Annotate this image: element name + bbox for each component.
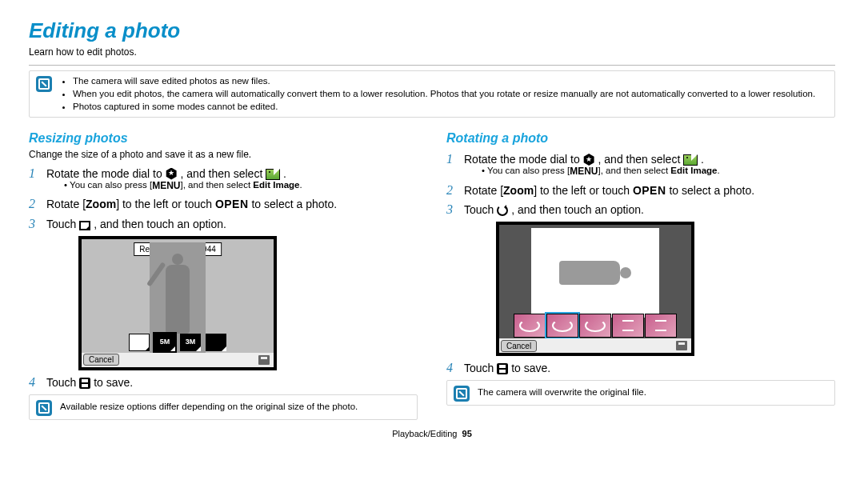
footer-page-number: 95 bbox=[462, 429, 472, 438]
step-text: , and then select bbox=[181, 167, 266, 180]
cancel-button[interactable]: Cancel bbox=[501, 340, 537, 352]
cancel-button[interactable]: Cancel bbox=[83, 354, 119, 366]
mode-dial-icon bbox=[583, 154, 595, 166]
step-1: Rotate the mode dial to , and then selec… bbox=[29, 166, 418, 193]
save-disk-icon[interactable] bbox=[258, 355, 270, 365]
step-4: Touch to save. bbox=[446, 361, 835, 375]
rotate-option[interactable] bbox=[579, 314, 611, 338]
substep-bold: Edit Image bbox=[253, 180, 299, 190]
menu-button-icon: MENU bbox=[570, 166, 598, 178]
section-heading-rotating: Rotating a photo bbox=[446, 130, 835, 147]
note-item: Photos captured in some modes cannot be … bbox=[73, 101, 815, 113]
open-label: OPEN bbox=[633, 184, 666, 197]
step-text: Rotate [ bbox=[464, 184, 503, 197]
step-text: to save. bbox=[94, 376, 133, 389]
rotating-steps: Rotate the mode dial to , and then selec… bbox=[446, 152, 835, 375]
page-title: Editing a photo bbox=[29, 18, 835, 45]
screen-toolbar: Cancel bbox=[499, 338, 691, 353]
rotate-option[interactable] bbox=[612, 314, 644, 338]
note-item: The camera will save edited photos as ne… bbox=[73, 75, 815, 87]
substep-text: ], and then select bbox=[598, 166, 671, 175]
two-column-layout: Resizing photos Change the size of a pho… bbox=[29, 127, 835, 420]
step-bold: Zoom bbox=[86, 198, 116, 210]
silhouette-person bbox=[161, 254, 194, 334]
substep-text: You can also press [ bbox=[70, 180, 152, 190]
rotate-option[interactable] bbox=[514, 314, 546, 338]
step-text: ] to the left or touch bbox=[116, 198, 215, 210]
resizing-steps: Rotate the mode dial to , and then selec… bbox=[29, 166, 418, 390]
step-text: Rotate the mode dial to bbox=[46, 167, 166, 180]
rule bbox=[29, 65, 835, 66]
substep: You can also press [MENU], and then sele… bbox=[46, 179, 418, 193]
save-disk-icon[interactable] bbox=[676, 341, 687, 350]
note-icon bbox=[36, 76, 52, 92]
step-text: Rotate [ bbox=[46, 198, 86, 210]
rotate-options-row bbox=[499, 313, 691, 338]
image-thumbnail-icon bbox=[266, 169, 280, 180]
substep-text: . bbox=[299, 180, 302, 190]
substep: You can also press [MENU], and then sele… bbox=[464, 165, 835, 178]
step-3: Touch , and then touch an option. Resize… bbox=[29, 217, 418, 370]
image-thumbnail-icon bbox=[683, 154, 698, 166]
step-text: to save. bbox=[511, 362, 550, 374]
resize-option-label: 5M bbox=[160, 338, 170, 347]
screen-body: Rotate : Right 90˚ bbox=[499, 225, 691, 353]
substep-text: ], and then select bbox=[181, 180, 254, 190]
step-text: to select a photo. bbox=[666, 184, 755, 197]
note-item: When you edit photos, the camera will au… bbox=[73, 88, 815, 100]
step-text: Touch bbox=[464, 362, 497, 374]
page: Editing a photo Learn how to edit photos… bbox=[0, 0, 864, 504]
footer-section: Playback/Editing bbox=[392, 429, 457, 438]
step-3: Touch , and then touch an option. Rotate… bbox=[446, 202, 835, 356]
step-2: Rotate [Zoom] to the left or touch OPEN … bbox=[446, 183, 835, 198]
section-heading-resizing: Resizing photos bbox=[29, 130, 418, 147]
step-text: . bbox=[283, 167, 286, 180]
resize-option[interactable] bbox=[206, 334, 226, 351]
step-text: ] to the left or touch bbox=[534, 184, 633, 197]
silhouette-person-rotated bbox=[559, 256, 631, 290]
step-4: Touch to save. bbox=[29, 375, 418, 390]
step-text: to select a photo. bbox=[249, 198, 338, 210]
substep-text: You can also press [ bbox=[487, 166, 570, 175]
resize-option-selected[interactable]: 5M bbox=[154, 334, 175, 351]
screen-body: Resize : 2592 X 1944 5M 3M C bbox=[82, 239, 274, 367]
rotated-preview-frame bbox=[531, 228, 659, 318]
note-list: The camera will save edited photos as ne… bbox=[60, 74, 815, 114]
rotate-icon bbox=[497, 205, 508, 216]
note-box-rotate: The camera will overwrite the original f… bbox=[446, 380, 835, 406]
resize-option[interactable] bbox=[129, 334, 150, 351]
screen-toolbar: Cancel bbox=[82, 353, 274, 367]
note-box-top: The camera will save edited photos as ne… bbox=[29, 70, 835, 118]
resize-options-row: 5M 3M bbox=[86, 334, 269, 351]
camera-screen-resize: Resize : 2592 X 1944 5M 3M C bbox=[78, 236, 277, 370]
save-icon bbox=[79, 378, 90, 389]
rotate-option-selected[interactable] bbox=[546, 314, 578, 338]
step-text: Touch bbox=[46, 218, 79, 230]
substep-bold: Edit Image bbox=[670, 166, 717, 175]
substep-text: . bbox=[717, 166, 719, 175]
page-footer: Playback/Editing 95 bbox=[29, 428, 835, 439]
step-text: , and then select bbox=[598, 153, 684, 166]
note-text: Available resize options differ dependin… bbox=[60, 398, 358, 416]
step-1: Rotate the mode dial to , and then selec… bbox=[446, 152, 835, 178]
step-text: Touch bbox=[464, 203, 497, 216]
mode-dial-icon bbox=[166, 168, 178, 180]
rotate-option[interactable] bbox=[645, 314, 677, 338]
page-subtitle: Learn how to edit photos. bbox=[29, 46, 835, 59]
resize-icon bbox=[79, 221, 90, 230]
column-resizing: Resizing photos Change the size of a pho… bbox=[29, 127, 418, 420]
step-text: , and then touch an option. bbox=[511, 203, 644, 216]
step-text: Touch bbox=[46, 376, 79, 389]
step-text: . bbox=[701, 153, 704, 166]
open-label: OPEN bbox=[215, 198, 249, 210]
note-text: The camera will overwrite the original f… bbox=[478, 384, 646, 402]
camera-screen-rotate: Rotate : Right 90˚ bbox=[496, 222, 694, 356]
step-text: Rotate the mode dial to bbox=[464, 153, 583, 166]
step-text: , and then touch an option. bbox=[94, 218, 226, 230]
section-desc: Change the size of a photo and save it a… bbox=[29, 149, 418, 162]
step-2: Rotate [Zoom] to the left or touch OPEN … bbox=[29, 197, 418, 211]
note-icon bbox=[36, 400, 52, 416]
resize-option[interactable]: 3M bbox=[180, 334, 201, 351]
menu-button-icon: MENU bbox=[152, 180, 180, 193]
step-bold: Zoom bbox=[503, 184, 534, 197]
